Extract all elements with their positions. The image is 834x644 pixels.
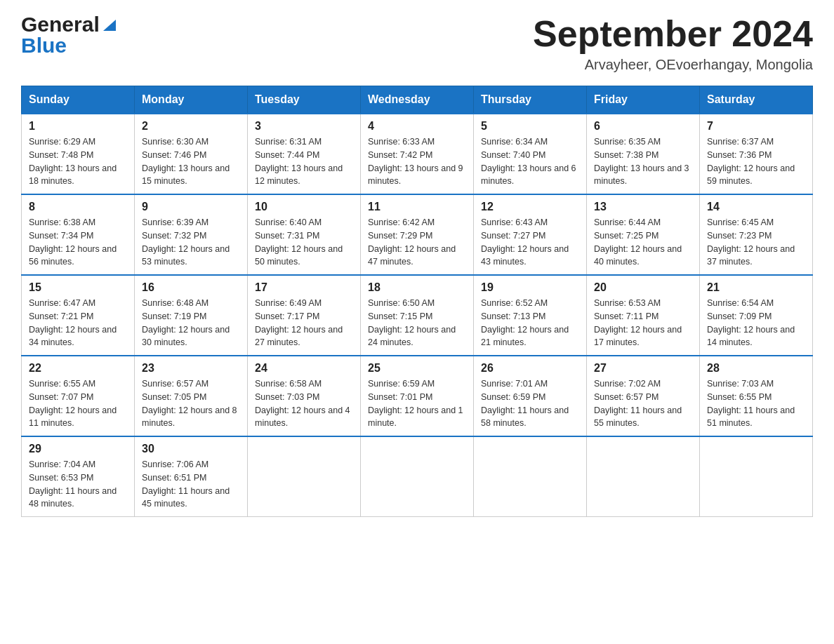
day-cell-5: 5Sunrise: 6:34 AMSunset: 7:40 PMDaylight… xyxy=(474,114,587,194)
day-number: 4 xyxy=(368,120,466,133)
day-info: Sunrise: 6:55 AMSunset: 7:07 PMDaylight:… xyxy=(29,377,127,430)
day-info: Sunrise: 6:33 AMSunset: 7:42 PMDaylight:… xyxy=(368,135,466,188)
day-cell-3: 3Sunrise: 6:31 AMSunset: 7:44 PMDaylight… xyxy=(248,114,361,194)
empty-cell xyxy=(474,436,587,517)
day-info: Sunrise: 6:49 AMSunset: 7:17 PMDaylight:… xyxy=(255,297,353,349)
day-cell-24: 24Sunrise: 6:58 AMSunset: 7:03 PMDayligh… xyxy=(248,356,361,436)
day-info: Sunrise: 6:50 AMSunset: 7:15 PMDaylight:… xyxy=(368,297,466,349)
day-info: Sunrise: 6:54 AMSunset: 7:09 PMDaylight:… xyxy=(707,297,805,349)
empty-cell xyxy=(700,436,813,517)
logo: General Blue xyxy=(21,14,117,56)
day-cell-23: 23Sunrise: 6:57 AMSunset: 7:05 PMDayligh… xyxy=(135,356,248,436)
day-cell-14: 14Sunrise: 6:45 AMSunset: 7:23 PMDayligh… xyxy=(700,194,813,275)
week-row-1: 1Sunrise: 6:29 AMSunset: 7:48 PMDaylight… xyxy=(22,114,813,194)
day-cell-7: 7Sunrise: 6:37 AMSunset: 7:36 PMDaylight… xyxy=(700,114,813,194)
day-cell-4: 4Sunrise: 6:33 AMSunset: 7:42 PMDaylight… xyxy=(361,114,474,194)
empty-cell xyxy=(587,436,700,517)
day-cell-17: 17Sunrise: 6:49 AMSunset: 7:17 PMDayligh… xyxy=(248,275,361,356)
day-info: Sunrise: 6:31 AMSunset: 7:44 PMDaylight:… xyxy=(255,135,353,188)
day-number: 12 xyxy=(481,201,579,213)
day-number: 17 xyxy=(255,281,353,294)
logo-general-text: General xyxy=(21,14,100,35)
day-cell-10: 10Sunrise: 6:40 AMSunset: 7:31 PMDayligh… xyxy=(248,194,361,275)
day-info: Sunrise: 6:42 AMSunset: 7:29 PMDaylight:… xyxy=(368,216,466,269)
day-number: 6 xyxy=(594,120,692,133)
column-header-monday: Monday xyxy=(135,86,248,114)
day-number: 15 xyxy=(29,281,127,294)
svg-marker-0 xyxy=(103,20,116,31)
day-info: Sunrise: 7:06 AMSunset: 6:51 PMDaylight:… xyxy=(142,458,240,511)
day-info: Sunrise: 6:45 AMSunset: 7:23 PMDaylight:… xyxy=(707,216,805,269)
day-number: 22 xyxy=(29,362,127,375)
day-number: 28 xyxy=(707,362,805,375)
day-cell-16: 16Sunrise: 6:48 AMSunset: 7:19 PMDayligh… xyxy=(135,275,248,356)
day-number: 10 xyxy=(255,201,353,213)
column-header-thursday: Thursday xyxy=(474,86,587,114)
day-number: 1 xyxy=(29,120,127,133)
day-cell-29: 29Sunrise: 7:04 AMSunset: 6:53 PMDayligh… xyxy=(22,436,135,517)
day-info: Sunrise: 6:48 AMSunset: 7:19 PMDaylight:… xyxy=(142,297,240,349)
day-info: Sunrise: 6:37 AMSunset: 7:36 PMDaylight:… xyxy=(707,135,805,188)
day-number: 25 xyxy=(368,362,466,375)
day-info: Sunrise: 6:29 AMSunset: 7:48 PMDaylight:… xyxy=(29,135,127,188)
day-cell-22: 22Sunrise: 6:55 AMSunset: 7:07 PMDayligh… xyxy=(22,356,135,436)
day-cell-9: 9Sunrise: 6:39 AMSunset: 7:32 PMDaylight… xyxy=(135,194,248,275)
empty-cell xyxy=(248,436,361,517)
day-info: Sunrise: 6:30 AMSunset: 7:46 PMDaylight:… xyxy=(142,135,240,188)
day-info: Sunrise: 6:35 AMSunset: 7:38 PMDaylight:… xyxy=(594,135,692,188)
week-row-2: 8Sunrise: 6:38 AMSunset: 7:34 PMDaylight… xyxy=(22,194,813,275)
day-info: Sunrise: 6:38 AMSunset: 7:34 PMDaylight:… xyxy=(29,216,127,269)
day-cell-28: 28Sunrise: 7:03 AMSunset: 6:55 PMDayligh… xyxy=(700,356,813,436)
day-info: Sunrise: 6:43 AMSunset: 7:27 PMDaylight:… xyxy=(481,216,579,269)
day-number: 30 xyxy=(142,443,240,455)
day-info: Sunrise: 6:57 AMSunset: 7:05 PMDaylight:… xyxy=(142,377,240,430)
day-number: 11 xyxy=(368,201,466,213)
day-info: Sunrise: 7:04 AMSunset: 6:53 PMDaylight:… xyxy=(29,458,127,511)
day-info: Sunrise: 6:40 AMSunset: 7:31 PMDaylight:… xyxy=(255,216,353,269)
day-number: 7 xyxy=(707,120,805,133)
page-header: General Blue September 2024 Arvayheer, O… xyxy=(21,14,813,73)
day-info: Sunrise: 6:53 AMSunset: 7:11 PMDaylight:… xyxy=(594,297,692,349)
day-cell-2: 2Sunrise: 6:30 AMSunset: 7:46 PMDaylight… xyxy=(135,114,248,194)
day-number: 20 xyxy=(594,281,692,294)
day-number: 23 xyxy=(142,362,240,375)
day-cell-15: 15Sunrise: 6:47 AMSunset: 7:21 PMDayligh… xyxy=(22,275,135,356)
day-cell-13: 13Sunrise: 6:44 AMSunset: 7:25 PMDayligh… xyxy=(587,194,700,275)
day-cell-11: 11Sunrise: 6:42 AMSunset: 7:29 PMDayligh… xyxy=(361,194,474,275)
day-number: 2 xyxy=(142,120,240,133)
header-row: SundayMondayTuesdayWednesdayThursdayFrid… xyxy=(22,86,813,114)
day-cell-1: 1Sunrise: 6:29 AMSunset: 7:48 PMDaylight… xyxy=(22,114,135,194)
day-cell-18: 18Sunrise: 6:50 AMSunset: 7:15 PMDayligh… xyxy=(361,275,474,356)
logo-arrow-icon xyxy=(102,17,117,32)
column-header-sunday: Sunday xyxy=(22,86,135,114)
week-row-3: 15Sunrise: 6:47 AMSunset: 7:21 PMDayligh… xyxy=(22,275,813,356)
day-number: 21 xyxy=(707,281,805,294)
empty-cell xyxy=(361,436,474,517)
day-info: Sunrise: 6:52 AMSunset: 7:13 PMDaylight:… xyxy=(481,297,579,349)
day-info: Sunrise: 6:34 AMSunset: 7:40 PMDaylight:… xyxy=(481,135,579,188)
day-info: Sunrise: 6:59 AMSunset: 7:01 PMDaylight:… xyxy=(368,377,466,430)
day-cell-6: 6Sunrise: 6:35 AMSunset: 7:38 PMDaylight… xyxy=(587,114,700,194)
logo-blue-text: Blue xyxy=(21,35,67,56)
day-number: 16 xyxy=(142,281,240,294)
column-header-tuesday: Tuesday xyxy=(248,86,361,114)
day-info: Sunrise: 6:39 AMSunset: 7:32 PMDaylight:… xyxy=(142,216,240,269)
day-cell-27: 27Sunrise: 7:02 AMSunset: 6:57 PMDayligh… xyxy=(587,356,700,436)
column-header-saturday: Saturday xyxy=(700,86,813,114)
week-row-4: 22Sunrise: 6:55 AMSunset: 7:07 PMDayligh… xyxy=(22,356,813,436)
day-info: Sunrise: 6:47 AMSunset: 7:21 PMDaylight:… xyxy=(29,297,127,349)
day-info: Sunrise: 7:03 AMSunset: 6:55 PMDaylight:… xyxy=(707,377,805,430)
day-number: 19 xyxy=(481,281,579,294)
day-number: 29 xyxy=(29,443,127,455)
day-info: Sunrise: 7:01 AMSunset: 6:59 PMDaylight:… xyxy=(481,377,579,430)
calendar-title: September 2024 xyxy=(533,14,813,54)
day-number: 3 xyxy=(255,120,353,133)
day-number: 27 xyxy=(594,362,692,375)
location-subtitle: Arvayheer, OEvoerhangay, Mongolia xyxy=(533,57,813,73)
column-header-friday: Friday xyxy=(587,86,700,114)
week-row-5: 29Sunrise: 7:04 AMSunset: 6:53 PMDayligh… xyxy=(22,436,813,517)
day-cell-26: 26Sunrise: 7:01 AMSunset: 6:59 PMDayligh… xyxy=(474,356,587,436)
day-cell-19: 19Sunrise: 6:52 AMSunset: 7:13 PMDayligh… xyxy=(474,275,587,356)
day-cell-12: 12Sunrise: 6:43 AMSunset: 7:27 PMDayligh… xyxy=(474,194,587,275)
day-number: 14 xyxy=(707,201,805,213)
